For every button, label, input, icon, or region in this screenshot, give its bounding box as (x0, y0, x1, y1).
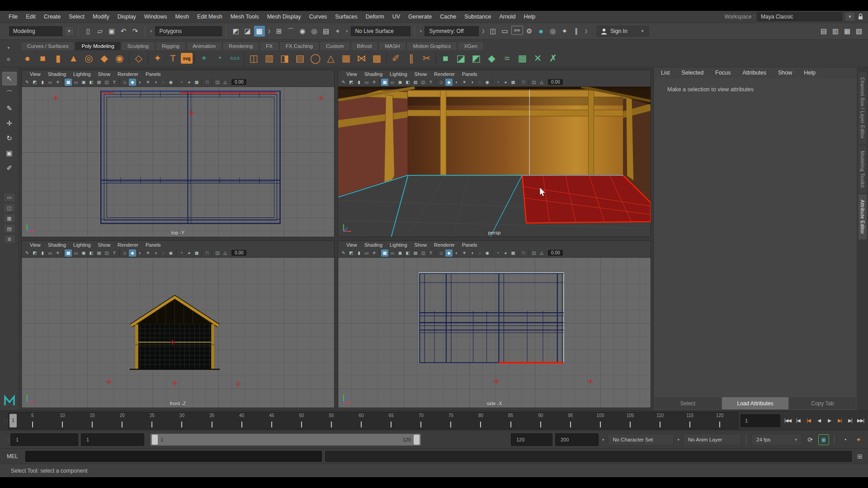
image-plane-icon[interactable]: ▭ (363, 79, 370, 86)
view-transform-icon[interactable]: ▩ (509, 79, 517, 86)
grid-icon[interactable]: ▦ (65, 249, 72, 257)
step-forward-key-button[interactable]: ▶| (835, 414, 845, 427)
playback-end-field[interactable]: 120 (511, 433, 552, 446)
safe-action-icon[interactable]: ◫ (103, 79, 110, 86)
script-editor-icon[interactable]: ⊞ (855, 451, 865, 461)
safe-title-icon[interactable]: T (111, 79, 118, 86)
shelf-tab-custom[interactable]: Custom (320, 42, 350, 50)
undo-icon[interactable]: ↶ (118, 26, 129, 37)
vp-menu-renderer[interactable]: Renderer (430, 71, 458, 77)
workspace-select[interactable]: Maya Classic (757, 12, 842, 21)
range-start-handle[interactable] (152, 435, 158, 445)
vp-menu-show[interactable]: Show (411, 242, 431, 248)
menu-substance[interactable]: Substance (460, 14, 495, 20)
remesh-icon[interactable]: ≈ (500, 51, 514, 66)
wireframe-mode-icon[interactable]: ◇ (438, 249, 445, 257)
shelf-tab-fx-caching[interactable]: FX Caching (279, 42, 319, 50)
save-scene-icon[interactable]: ▣ (106, 26, 117, 37)
look-dev-icon[interactable]: ◎ (547, 26, 558, 37)
playback-start-field[interactable]: 1 (81, 433, 144, 446)
vp-menu-view[interactable]: View (26, 242, 44, 248)
vp-menu-panels[interactable]: Panels (142, 242, 165, 248)
vp-menu-renderer[interactable]: Renderer (114, 242, 142, 248)
menu-edit[interactable]: Edit (22, 14, 40, 20)
gamma-icon[interactable]: ◕ (502, 249, 509, 257)
gamma-icon[interactable]: ◕ (185, 249, 193, 257)
new-scene-icon[interactable]: ▯ (83, 26, 94, 37)
motion-blur-icon[interactable]: ◉ (484, 249, 491, 257)
grid-icon[interactable]: ▦ (381, 249, 388, 257)
use-all-lights-icon[interactable]: ☀ (461, 249, 468, 257)
safe-title-icon[interactable]: T (427, 79, 434, 86)
top-view-canvas[interactable]: top -Y (22, 87, 334, 237)
joints-xray-icon[interactable]: △ (222, 79, 229, 86)
extract-icon[interactable]: ◨ (277, 51, 292, 66)
arnold-render-icon[interactable]: ✦ (559, 26, 570, 37)
camera-lock-icon[interactable]: ◩ (348, 79, 355, 86)
copy-tab-button[interactable]: Copy Tab (789, 397, 856, 409)
joints-xray-icon[interactable]: △ (222, 249, 229, 257)
collapse-chevron-icon[interactable]: ❯ (481, 29, 485, 33)
paint-select-tool-icon[interactable]: ✎ (2, 102, 17, 115)
grease-pencil-icon[interactable]: ✎ (24, 79, 31, 86)
current-frame-field[interactable]: 1 (741, 414, 780, 427)
vp-menu-lighting[interactable]: Lighting (386, 71, 411, 77)
resolution-gate-icon[interactable]: ▣ (396, 79, 404, 86)
isolate-select-icon[interactable]: □ (520, 79, 527, 86)
wireframe-mode-icon[interactable]: ◇ (121, 249, 128, 257)
vp-menu-panels[interactable]: Panels (142, 71, 165, 77)
panel-toggle-1-icon[interactable]: ▤ (818, 26, 829, 37)
ae-menu-help[interactable]: Help (804, 70, 821, 76)
auto-keyframe-icon[interactable]: ▣ (818, 434, 829, 445)
open-scene-icon[interactable]: ▱ (94, 26, 105, 37)
step-forward-frame-button[interactable]: ▶| (845, 414, 855, 427)
vp-menu-lighting[interactable]: Lighting (70, 71, 94, 77)
camera-bookmark-icon[interactable]: ▮ (355, 79, 363, 86)
move-tool-icon[interactable]: ✛ (2, 117, 17, 130)
select-component-mode-icon[interactable]: ▦ (254, 26, 265, 37)
svg-tool-icon[interactable]: svg (181, 53, 193, 64)
outliner-layout-icon[interactable]: ▤ (4, 224, 15, 233)
gate-mask-icon[interactable]: ◧ (88, 249, 95, 257)
wireframe-mode-icon[interactable]: ◇ (438, 79, 445, 86)
snap-to-projected-center-icon[interactable]: ◎ (309, 26, 320, 37)
panel-toggle-4-icon[interactable]: ▧ (854, 26, 864, 37)
isolate-select-icon[interactable]: □ (203, 79, 211, 86)
textured-mode-icon[interactable]: ◐ (453, 79, 460, 86)
ae-menu-focus[interactable]: Focus (715, 70, 736, 76)
gate-mask-icon[interactable]: ◧ (88, 79, 95, 86)
playback-loop-icon[interactable]: ⟳ (805, 434, 816, 445)
animation-start-field[interactable]: 1 (10, 433, 78, 446)
view-transform-icon[interactable]: ▩ (193, 249, 200, 257)
menu-generate[interactable]: Generate (404, 14, 436, 20)
select-button[interactable]: Select (655, 397, 721, 409)
rotate-tool-icon[interactable]: ↻ (2, 131, 17, 145)
panel-toggle-3-icon[interactable]: ▦ (842, 26, 853, 37)
vp-menu-show[interactable]: Show (94, 71, 114, 77)
front-view-canvas[interactable]: front -Z (22, 258, 334, 408)
ae-menu-show[interactable]: Show (778, 70, 798, 76)
vp-menu-show[interactable]: Show (411, 71, 431, 77)
menu-cache[interactable]: Cache (436, 14, 460, 20)
xray-icon[interactable]: ◫ (214, 249, 221, 257)
selection-mask-field[interactable]: Polygons (155, 26, 222, 36)
polygon-cylinder-icon[interactable]: ▮ (51, 51, 66, 66)
joints-xray-icon[interactable]: △ (538, 79, 545, 86)
polygon-disc-icon[interactable]: ◉ (112, 51, 127, 66)
menu-deform[interactable]: Deform (362, 14, 388, 20)
ambient-occlusion-icon[interactable]: ◌ (476, 249, 483, 257)
playback-range-slider[interactable]: 1 120 (151, 434, 421, 446)
xray-icon[interactable]: ◫ (214, 79, 221, 86)
menu-set-select[interactable]: Modeling (9, 26, 62, 36)
drag-handle[interactable]: ⋮⋮ (4, 437, 8, 442)
shelf-tab-xgen[interactable]: XGen (458, 42, 483, 50)
shelf-tab-rigging[interactable]: Rigging (156, 42, 186, 50)
grid-icon[interactable]: ▦ (381, 79, 388, 86)
anim-layer-arrow-icon[interactable]: ▾ (676, 437, 680, 442)
shelf-tab-motion-graphics[interactable]: Motion Graphics (406, 42, 457, 50)
select-hierarchy-mode-icon[interactable]: ◩ (231, 26, 241, 37)
image-plane-icon[interactable]: ▭ (363, 249, 370, 257)
vp-menu-view[interactable]: View (343, 242, 361, 248)
panel-toggle-2-icon[interactable]: ▥ (830, 26, 841, 37)
film-gate-icon[interactable]: ▭ (389, 249, 396, 257)
